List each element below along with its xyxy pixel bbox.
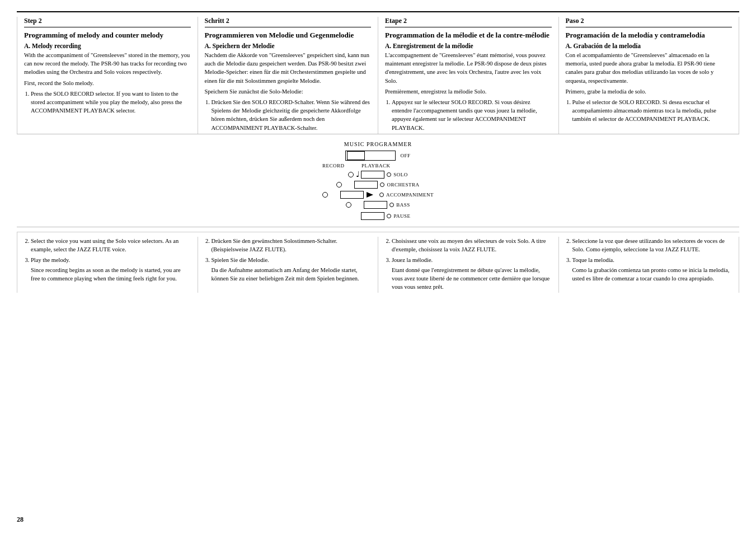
sub-title-de: A. Speichern der Melodie: [205, 43, 372, 49]
list-fr: Appuyez sur le sélecteur SOLO RECORD. Si…: [385, 98, 552, 132]
body1-es: Con el acompañamiento de "Greensleeves" …: [566, 51, 732, 85]
body2-es: Primero, grabe la melodía de solo.: [566, 87, 732, 96]
body2-en: First, record the Solo melody.: [24, 79, 191, 87]
section-title-fr: Programmation de la mélodie et de la con…: [385, 31, 552, 40]
bottom-col-fr: Choisissez une voix au moyen des sélecte…: [378, 237, 559, 293]
step-label-en: Step 2: [24, 17, 191, 27]
bottom-list-fr-0: Choisissez une voix au moyen des sélecte…: [392, 237, 552, 254]
section-title-es: Programación de la melodía y contramelod…: [566, 31, 732, 40]
bottom-list-es-0: Seleccione la voz que desee utilizando l…: [572, 237, 732, 254]
pause-label: PAUSE: [393, 213, 410, 219]
bottom-col-de: Drücken Sie den gewünschten Solostimmen-…: [198, 237, 379, 293]
record-label: RECORD: [322, 163, 356, 168]
col-english: Step 2 Programming of melody and counter…: [17, 17, 198, 134]
list-en: Press the SOLO RECORD selector. If you w…: [24, 90, 191, 115]
col-spanish: Paso 2 Programación de la melodía y cont…: [559, 17, 740, 134]
bottom-list-fr: Choisissez une voix au moyen des sélecte…: [385, 237, 552, 291]
note-icon: ♩: [356, 171, 360, 179]
diagram-area: MUSIC PROGRAMMER OFF RECORD PLAYBACK ♩ S: [17, 134, 739, 227]
body1-fr: L'accompagnement de "Greensleeves" étant…: [385, 51, 552, 85]
top-columns: Step 2 Programming of melody and counter…: [17, 17, 739, 134]
list-item-de-0: Drücken Sie den SOLO RECORD-Schalter. We…: [212, 98, 372, 132]
list-de: Drücken Sie den SOLO RECORD-Schalter. We…: [205, 98, 372, 132]
bottom-list-en: Select the voice you want using the Solo…: [24, 237, 191, 283]
bottom-list-de: Drücken Sie den gewünschten Solostimmen-…: [205, 237, 372, 283]
sub-title-fr: A. Enregistrement de la mélodie: [385, 43, 552, 49]
step-label-fr: Etape 2: [385, 17, 552, 27]
mp-title: MUSIC PROGRAMMER: [344, 141, 412, 147]
bottom-col-es: Seleccione la voz que desee utilizando l…: [559, 237, 740, 293]
sub-title-es: A. Grabación de la melodía: [566, 43, 732, 49]
bottom-list-fr-1: Jouez la mélodie. Etant donné que l'enre…: [392, 256, 552, 291]
body2-fr: Premièrement, enregistrez la mélodie Sol…: [385, 87, 552, 96]
bottom-list-es: Seleccione la voz que desee utilizando l…: [566, 237, 732, 283]
col-french: Etape 2 Programmation de la mélodie et d…: [378, 17, 559, 134]
list-es: Pulse el selector de SOLO RECORD. Si des…: [566, 98, 732, 124]
bottom-list-es-1: Toque la melodía. Como la grabación comi…: [572, 256, 732, 283]
body1-de: Nachdem die Akkorde von "Greensleeves" g…: [205, 51, 372, 85]
list-item-en-0: Press the SOLO RECORD selector. If you w…: [31, 90, 191, 115]
bottom-list-en-0: Select the voice you want using the Solo…: [31, 237, 191, 254]
page: Step 2 Programming of melody and counter…: [0, 0, 756, 534]
bottom-section: Select the voice you want using the Solo…: [17, 232, 739, 293]
list-item-fr-0: Appuyez sur le sélecteur SOLO RECORD. Si…: [392, 98, 552, 132]
body1-en: With the accompaniment of "Greensleeves"…: [24, 51, 191, 77]
page-number: 28: [17, 516, 24, 524]
bottom-list-de-0: Drücken Sie den gewünschten Solostimmen-…: [212, 237, 372, 254]
list-item-es-0: Pulse el selector de SOLO RECORD. Si des…: [572, 98, 732, 124]
music-programmer-diagram: MUSIC PROGRAMMER OFF RECORD PLAYBACK ♩ S: [322, 141, 434, 220]
bottom-col-en: Select the voice you want using the Solo…: [17, 237, 198, 293]
off-label: OFF: [400, 153, 410, 158]
col-german: Schritt 2 Programmieren von Melodie und …: [198, 17, 379, 134]
playback-label: PLAYBACK: [361, 163, 391, 168]
step-label-es: Paso 2: [566, 17, 732, 27]
bottom-list-de-1: Spielen Sie die Melodie. Da die Aufnahme…: [212, 256, 372, 283]
section-title-en: Programming of melody and counter melody: [24, 31, 191, 40]
sub-title-en: A. Melody recording: [24, 43, 191, 49]
body2-de: Speichern Sie zunächst die Solo-Melodie:: [205, 87, 372, 96]
step-label-de: Schritt 2: [205, 17, 372, 27]
section-title-de: Programmieren von Melodie und Gegenmelod…: [205, 31, 372, 40]
bottom-list-en-1: Play the melody. Since recording begins …: [31, 256, 191, 283]
